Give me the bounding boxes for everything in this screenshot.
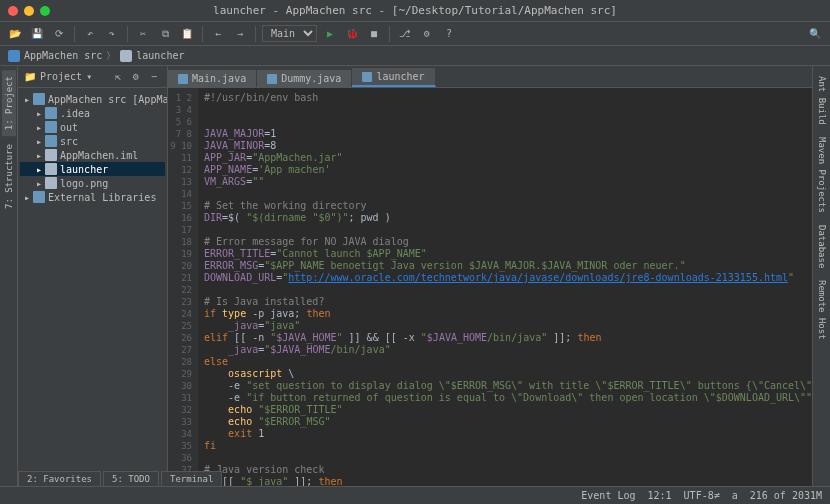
tree-item[interactable]: ▸External Libraries — [20, 190, 165, 204]
zoom-window-icon[interactable] — [40, 6, 50, 16]
folder-icon — [33, 93, 45, 105]
stop-icon[interactable]: ■ — [365, 25, 383, 43]
editor-area: Main.javaDummy.javalauncher 1 2 3 4 5 6 … — [168, 66, 812, 486]
right-tool-strip: Ant Build Maven Projects Database Remote… — [812, 66, 830, 486]
tree-item[interactable]: ▸logo.png — [20, 176, 165, 190]
open-icon[interactable]: 📂 — [6, 25, 24, 43]
file-icon — [267, 74, 277, 84]
editor-tabs: Main.javaDummy.javalauncher — [168, 66, 812, 88]
tree-item-label: .idea — [60, 108, 90, 119]
run-icon[interactable]: ▶ — [321, 25, 339, 43]
forward-icon[interactable]: → — [231, 25, 249, 43]
tree-item-label: AppMachen.iml — [60, 150, 138, 161]
tree-item[interactable]: ▸src — [20, 134, 165, 148]
cut-icon[interactable]: ✂ — [134, 25, 152, 43]
file-icon — [120, 50, 132, 62]
bottom-tool-tabs: 2: Favorites 5: TODO Terminal — [18, 471, 222, 486]
window-titlebar: launcher - AppMachen src - [~/Desktop/Tu… — [0, 0, 830, 22]
tool-tab-todo[interactable]: 5: TODO — [103, 471, 159, 486]
search-icon[interactable]: 🔍 — [806, 25, 824, 43]
back-icon[interactable]: ← — [209, 25, 227, 43]
folder-icon — [33, 191, 45, 203]
sync-icon[interactable]: ⟳ — [50, 25, 68, 43]
tree-item[interactable]: ▸launcher — [20, 162, 165, 176]
breadcrumb-file[interactable]: launcher — [136, 50, 184, 61]
event-log-button[interactable]: Event Log — [581, 490, 635, 501]
close-window-icon[interactable] — [8, 6, 18, 16]
breadcrumb: AppMachen src 〉 launcher — [0, 46, 830, 66]
folder-icon — [45, 135, 57, 147]
redo-icon[interactable]: ↷ — [103, 25, 121, 43]
window-title: launcher - AppMachen src - [~/Desktop/Tu… — [213, 4, 617, 17]
copy-icon[interactable]: ⧉ — [156, 25, 174, 43]
editor-tab[interactable]: Dummy.java — [257, 70, 352, 87]
tab-label: Main.java — [192, 73, 246, 84]
folder-icon — [45, 107, 57, 119]
tool-tab-structure[interactable]: 7: Structure — [2, 138, 16, 215]
save-icon[interactable]: 💾 — [28, 25, 46, 43]
editor-tab[interactable]: Main.java — [168, 70, 257, 87]
memory-indicator[interactable]: 216 of 2031M — [750, 490, 822, 501]
tree-item-label: logo.png — [60, 178, 108, 189]
file-icon — [45, 149, 57, 161]
file-icon — [45, 177, 57, 189]
collapse-icon[interactable]: ⇱ — [111, 70, 125, 84]
code-editor[interactable]: 1 2 3 4 5 6 7 8 9 10 11 12 13 14 15 16 1… — [168, 88, 812, 486]
hide-icon[interactable]: − — [147, 70, 161, 84]
paste-icon[interactable]: 📋 — [178, 25, 196, 43]
tool-tab-project[interactable]: 1: Project — [2, 70, 16, 136]
file-icon — [45, 163, 57, 175]
gear-icon[interactable]: ⚙ — [129, 70, 143, 84]
main-toolbar: 📂 💾 ⟳ ↶ ↷ ✂ ⧉ 📋 ← → Main ▶ 🐞 ■ ⎇ ⚙ ? 🔍 — [0, 22, 830, 46]
folder-icon — [45, 121, 57, 133]
tool-tab-ant[interactable]: Ant Build — [815, 70, 829, 131]
help-icon[interactable]: ? — [440, 25, 458, 43]
editor-tab[interactable]: launcher — [352, 68, 435, 87]
project-panel-title: Project — [40, 71, 82, 82]
lock-icon[interactable]: a — [732, 490, 738, 501]
file-icon — [362, 72, 372, 82]
project-panel-header: 📁 Project ▾ ⇱ ⚙ − — [18, 66, 167, 88]
run-config-select[interactable]: Main — [262, 25, 317, 42]
undo-icon[interactable]: ↶ — [81, 25, 99, 43]
status-bar: Event Log 12:1 UTF-8≠ a 216 of 2031M — [0, 486, 830, 504]
code-lines[interactable]: #!/usr/bin/env bash JAVA_MAJOR=1JAVA_MIN… — [198, 88, 812, 486]
tree-item[interactable]: ▸.idea — [20, 106, 165, 120]
tree-item-label: AppMachen src [AppMachen] — [48, 94, 167, 105]
tree-item-label: out — [60, 122, 78, 133]
tab-label: Dummy.java — [281, 73, 341, 84]
file-encoding[interactable]: UTF-8≠ — [684, 490, 720, 501]
tree-item[interactable]: ▸AppMachen src [AppMachen] — [20, 92, 165, 106]
traffic-lights — [8, 6, 50, 16]
tool-tab-terminal[interactable]: Terminal — [161, 471, 222, 486]
project-panel: 📁 Project ▾ ⇱ ⚙ − ▸AppMachen src [AppMac… — [18, 66, 168, 486]
left-tool-strip: 1: Project 7: Structure — [0, 66, 18, 486]
minimize-window-icon[interactable] — [24, 6, 34, 16]
tree-item-label: launcher — [60, 164, 108, 175]
folder-icon: 📁 — [24, 71, 36, 82]
tree-item-label: src — [60, 136, 78, 147]
debug-icon[interactable]: 🐞 — [343, 25, 361, 43]
file-icon — [178, 74, 188, 84]
settings-icon[interactable]: ⚙ — [418, 25, 436, 43]
breadcrumb-project[interactable]: AppMachen src — [24, 50, 102, 61]
cursor-position[interactable]: 12:1 — [648, 490, 672, 501]
tool-tab-remote[interactable]: Remote Host — [815, 274, 829, 346]
module-icon — [8, 50, 20, 62]
tool-tab-favorites[interactable]: 2: Favorites — [18, 471, 101, 486]
tree-item[interactable]: ▸out — [20, 120, 165, 134]
tree-item[interactable]: ▸AppMachen.iml — [20, 148, 165, 162]
project-tree[interactable]: ▸AppMachen src [AppMachen]▸.idea▸out▸src… — [18, 88, 167, 486]
tree-item-label: External Libraries — [48, 192, 156, 203]
tool-tab-database[interactable]: Database — [815, 219, 829, 274]
vcs-icon[interactable]: ⎇ — [396, 25, 414, 43]
line-gutter: 1 2 3 4 5 6 7 8 9 10 11 12 13 14 15 16 1… — [168, 88, 198, 486]
tab-label: launcher — [376, 71, 424, 82]
tool-tab-maven[interactable]: Maven Projects — [815, 131, 829, 219]
